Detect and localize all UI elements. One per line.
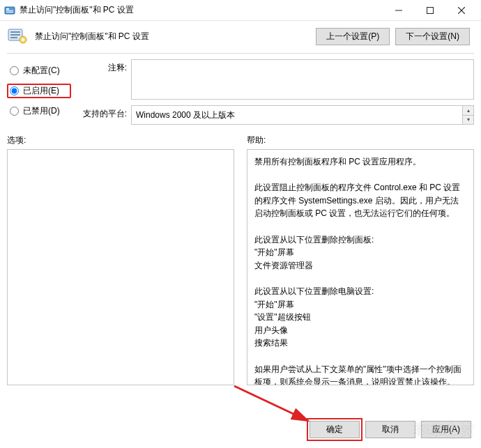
radio-enabled[interactable]: 已启用(E) [7, 84, 71, 98]
ok-button[interactable]: 确定 [310, 421, 360, 438]
apply-button[interactable]: 应用(A) [421, 421, 471, 438]
radio-disabled-label: 已禁用(D) [23, 105, 60, 117]
policy-icon [7, 26, 29, 46]
radio-not-configured-input[interactable] [10, 66, 19, 75]
divider [7, 53, 474, 54]
prev-setting-button[interactable]: 上一个设置(P) [316, 28, 390, 45]
spin-down-icon[interactable]: ▾ [463, 115, 473, 125]
radio-disabled-input[interactable] [10, 107, 19, 116]
platform-spin: ▴ ▾ [462, 106, 473, 124]
minimize-button[interactable] [383, 0, 414, 20]
config-area: 未配置(C) 已启用(E) 已禁用(D) 注释: 支持的平台: Windows … [0, 59, 481, 125]
svg-rect-2 [6, 10, 13, 11]
radio-not-configured-label: 未配置(C) [23, 65, 60, 77]
svg-rect-3 [6, 12, 13, 13]
options-column: 选项: [7, 134, 234, 385]
svg-line-14 [234, 386, 308, 421]
help-column: 帮助: 禁用所有控制面板程序和 PC 设置应用程序。 此设置阻止控制面板的程序文… [247, 134, 474, 385]
help-box[interactable]: 禁用所有控制面板程序和 PC 设置应用程序。 此设置阻止控制面板的程序文件 Co… [247, 149, 474, 385]
svg-rect-1 [6, 8, 9, 10]
platform-value: Windows 2000 及以上版本 [136, 109, 235, 121]
radio-disabled[interactable]: 已禁用(D) [7, 104, 71, 118]
maximize-button[interactable] [414, 0, 445, 20]
svg-rect-9 [10, 31, 20, 33]
fields-area: 注释: 支持的平台: Windows 2000 及以上版本 ▴ ▾ [78, 59, 474, 125]
svg-point-13 [22, 38, 24, 41]
radio-not-configured[interactable]: 未配置(C) [7, 63, 71, 78]
svg-rect-5 [427, 7, 433, 13]
window-title: 禁止访问"控制面板"和 PC 设置 [20, 4, 383, 16]
options-box[interactable] [7, 149, 234, 385]
header-row: 禁止访问"控制面板"和 PC 设置 上一个设置(P) 下一个设置(N) [0, 21, 481, 47]
comment-input[interactable] [131, 59, 474, 100]
state-radios: 未配置(C) 已启用(E) 已禁用(D) [7, 59, 71, 125]
radio-enabled-label: 已启用(E) [23, 85, 59, 97]
close-button[interactable] [445, 0, 477, 20]
platform-box: Windows 2000 及以上版本 ▴ ▾ [131, 105, 474, 125]
spin-up-icon[interactable]: ▴ [463, 106, 473, 115]
window-controls [383, 0, 477, 20]
svg-rect-10 [10, 34, 20, 36]
comment-label: 注释: [78, 59, 127, 74]
platform-label: 支持的平台: [78, 105, 127, 120]
svg-rect-11 [10, 37, 17, 38]
policy-title: 禁止访问"控制面板"和 PC 设置 [35, 31, 310, 43]
radio-enabled-input[interactable] [10, 86, 19, 95]
dialog-buttons: 确定 取消 应用(A) [310, 421, 471, 438]
next-setting-button[interactable]: 下一个设置(N) [395, 28, 470, 45]
cancel-button[interactable]: 取消 [365, 421, 415, 438]
help-label: 帮助: [247, 134, 474, 146]
lower-area: 选项: 帮助: 禁用所有控制面板程序和 PC 设置应用程序。 此设置阻止控制面板… [0, 125, 481, 389]
titlebar: 禁止访问"控制面板"和 PC 设置 [0, 0, 481, 21]
options-label: 选项: [7, 134, 234, 146]
app-icon [4, 5, 15, 16]
